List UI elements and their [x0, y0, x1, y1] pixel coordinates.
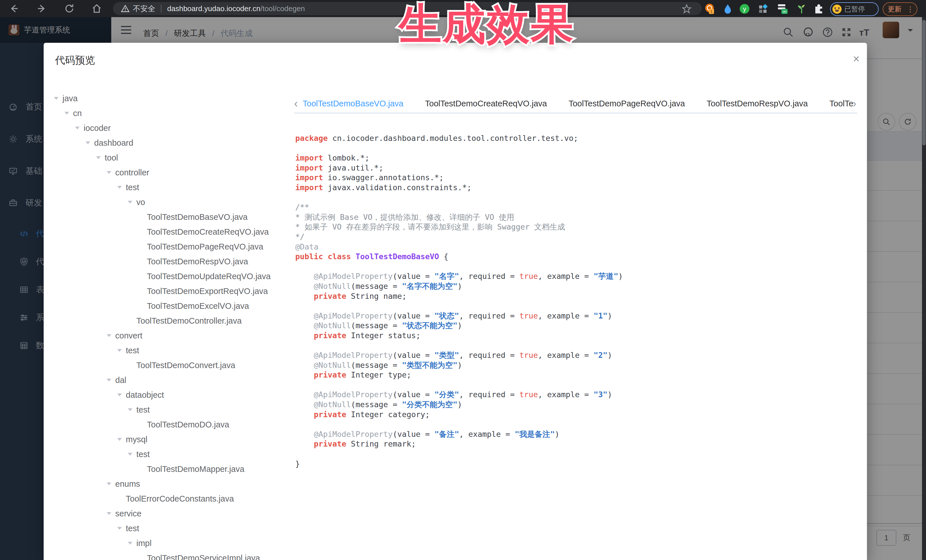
tree-node[interactable]: tool — [44, 150, 292, 165]
back-icon[interactable] — [9, 3, 20, 14]
tree-node[interactable]: ToolTestDemoExcelVO.java — [44, 299, 292, 313]
tree-node[interactable]: impl — [44, 536, 292, 551]
caret-down-icon[interactable] — [117, 436, 126, 443]
extension-drop-icon[interactable] — [722, 3, 734, 15]
tree-node[interactable]: ToolTestDemoExportReqVO.java — [44, 284, 292, 299]
code-line: private String remark; — [295, 439, 623, 449]
home-icon[interactable] — [91, 3, 102, 14]
profile-chip[interactable]: 已暂停 — [830, 2, 879, 16]
caret-down-icon[interactable] — [54, 95, 62, 102]
tree-node[interactable]: test — [44, 180, 292, 195]
caret-placeholder — [117, 498, 126, 500]
tree-folder-label: tool — [105, 153, 118, 163]
tree-file-label: ToolTestDemoDO.java — [147, 420, 229, 429]
code-line: @ApiModelProperty(value = "备注", example … — [295, 429, 623, 439]
caret-down-icon[interactable] — [107, 376, 115, 384]
code-line — [295, 449, 623, 459]
caret-down-icon[interactable] — [117, 184, 126, 191]
reload-icon[interactable] — [64, 3, 75, 14]
tree-folder-label: service — [115, 509, 142, 518]
tree-node[interactable]: ToolTestDemoCreateReqVO.java — [44, 224, 292, 239]
extension-puzzle-icon[interactable] — [813, 3, 825, 15]
browser-menu-icon[interactable]: ⋮ — [906, 5, 914, 14]
caret-down-icon[interactable] — [107, 169, 115, 176]
tabs-scroll-right-icon[interactable]: › — [853, 98, 856, 110]
caret-down-icon[interactable] — [96, 154, 105, 162]
tab-file-4[interactable]: ToolTestDemoRespVO.java — [707, 95, 808, 112]
tree-file-label: ToolTestDemoController.java — [136, 316, 242, 326]
caret-down-icon[interactable] — [128, 198, 136, 206]
code-line: @NotNull(message = "分类不能为空") — [295, 400, 623, 410]
tree-node[interactable]: test — [44, 521, 292, 536]
tree-file-label: ToolTestDemoCreateReqVO.java — [147, 227, 269, 237]
tab-file-5[interactable]: ToolTe — [829, 95, 853, 112]
tree-node[interactable]: service — [44, 506, 292, 521]
tree-node[interactable]: test — [44, 402, 292, 417]
svg-text:on: on — [782, 9, 787, 14]
close-icon[interactable]: × — [853, 53, 859, 65]
security-label[interactable]: 不安全 — [133, 4, 155, 14]
tree-node[interactable]: ToolTestDemoPageReqVO.java — [44, 239, 292, 254]
tree-node[interactable]: ToolErrorCodeConstants.java — [44, 491, 292, 506]
caret-down-icon[interactable] — [107, 510, 115, 517]
caret-down-icon[interactable] — [128, 539, 136, 547]
tree-node[interactable]: vo — [44, 195, 292, 210]
caret-down-icon[interactable] — [117, 391, 126, 398]
extension-tampermonkey-icon[interactable]: on — [777, 3, 788, 15]
caret-placeholder — [138, 423, 147, 426]
tree-node[interactable]: iocoder — [44, 121, 292, 136]
code-line: */ — [295, 232, 623, 242]
tree-node[interactable]: test — [44, 343, 292, 358]
tree-node[interactable]: dashboard — [44, 136, 292, 150]
tree-node[interactable]: ToolTestDemoRespVO.java — [44, 254, 292, 269]
tree-node[interactable]: test — [44, 447, 292, 462]
dialog-title: 代码预览 — [55, 54, 95, 67]
browser-update-button[interactable]: 更新 ⋮ — [883, 2, 917, 16]
tab-file-3[interactable]: ToolTestDemoPageReqVO.java — [569, 95, 685, 112]
tree-node[interactable]: controller — [44, 165, 292, 180]
tabs-scroll-left-icon[interactable]: ‹ — [294, 98, 298, 110]
caret-down-icon[interactable] — [128, 450, 136, 458]
scrollbar[interactable] — [922, 17, 926, 560]
extension-green-circle-icon[interactable]: y — [739, 3, 750, 15]
url-domain[interactable]: dashboard.yudao.iocoder.cn — [167, 4, 260, 13]
tree-node[interactable]: mysql — [44, 432, 292, 447]
tab-file-2[interactable]: ToolTestDemoCreateReqVO.java — [425, 95, 547, 112]
tree-node[interactable]: ToolTestDemoUpdateReqVO.java — [44, 269, 292, 284]
svg-text:y: y — [743, 5, 746, 12]
caret-down-icon[interactable] — [107, 480, 115, 488]
extension-sprout-icon[interactable] — [796, 3, 807, 15]
caret-down-icon[interactable] — [117, 347, 126, 354]
caret-down-icon[interactable] — [117, 525, 126, 532]
code-line: import java.util.*; — [295, 163, 623, 173]
tree-node[interactable]: ToolTestDemoServiceImpl.java — [44, 551, 292, 560]
tree-file-label: ToolTestDemoPageReqVO.java — [147, 242, 263, 252]
url-path[interactable]: /tool/codegen — [260, 4, 305, 13]
tree-node[interactable]: enums — [44, 477, 292, 491]
bookmark-star-icon[interactable] — [682, 4, 691, 14]
tree-file-label: ToolTestDemoServiceImpl.java — [147, 554, 260, 560]
tree-node[interactable]: cn — [44, 106, 292, 121]
tree-node[interactable]: ToolTestDemoController.java — [44, 313, 292, 328]
code-line: import lombok.*; — [295, 153, 623, 163]
tree-node[interactable]: ToolTestDemoDO.java — [44, 417, 292, 432]
extension-ublock-icon[interactable]: 1 — [704, 3, 715, 15]
extension-diamond-icon[interactable] — [757, 3, 769, 15]
caret-down-icon[interactable] — [65, 110, 73, 117]
caret-placeholder — [138, 305, 147, 307]
tree-node[interactable]: dal — [44, 373, 292, 388]
caret-down-icon[interactable] — [107, 332, 115, 339]
tree-node[interactable]: convert — [44, 328, 292, 343]
tree-node[interactable]: ToolTestDemoConvert.java — [44, 358, 292, 373]
tree-node[interactable]: dataobject — [44, 388, 292, 402]
caret-down-icon[interactable] — [128, 406, 136, 414]
scrollbar-thumb[interactable] — [922, 20, 926, 145]
forward-icon[interactable] — [36, 3, 47, 14]
caret-down-icon[interactable] — [75, 124, 83, 132]
tree-node[interactable]: ToolTestDemoBaseVO.java — [44, 210, 292, 224]
caret-down-icon[interactable] — [86, 139, 94, 146]
tree-node[interactable]: java — [44, 91, 292, 106]
tree-file-label: ToolTestDemoExportReqVO.java — [147, 287, 268, 296]
tab-file-1[interactable]: ToolTestDemoBaseVO.java — [303, 95, 403, 112]
tree-node[interactable]: ToolTestDemoMapper.java — [44, 462, 292, 477]
